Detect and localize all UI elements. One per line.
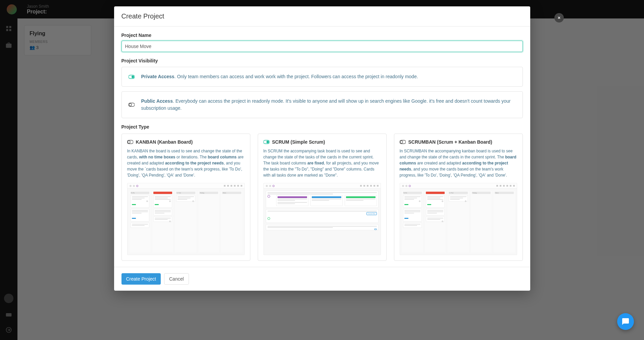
type-card-kanban[interactable]: KANBAN (Kanban Board) In KANBAN the boar…: [121, 134, 250, 261]
close-icon: [557, 16, 561, 20]
toggle-on-icon: [129, 75, 135, 79]
type-card-scrumban[interactable]: SCRUMBAN (Scrum + Kanban Board) In SCRUM…: [394, 134, 523, 261]
toggle-off-icon: [127, 140, 133, 144]
modal-footer: Create Project Cancel: [114, 267, 530, 291]
public-access-text: Public Access. Everybody can access the …: [141, 98, 516, 112]
scrumban-description: In SCRUMBAN the accompanying kanban boar…: [400, 148, 517, 178]
close-button[interactable]: [554, 13, 564, 22]
cancel-button[interactable]: Cancel: [164, 273, 189, 285]
toggle-off-icon: [129, 103, 135, 107]
kanban-preview: To Do In Test Testing Done: [127, 183, 245, 255]
chat-icon: [622, 318, 630, 326]
kanban-title: KANBAN (Kanban Board): [136, 139, 193, 145]
toggle-off-icon: [400, 140, 406, 144]
kanban-description: In KANBAN the board is used to see and c…: [127, 148, 245, 178]
create-project-button[interactable]: Create Project: [121, 273, 161, 285]
chat-fab-button[interactable]: [617, 313, 634, 330]
scrum-preview: Current Row: [263, 183, 381, 255]
project-name-input[interactable]: [121, 41, 523, 52]
modal-title: Create Project: [121, 12, 523, 20]
scrum-title: SCRUM (Simple Scrum): [272, 139, 325, 145]
private-access-text: Private Access. Only team members can ac…: [141, 73, 418, 80]
project-name-label: Project Name: [121, 33, 523, 38]
modal-body: Project Name Project Visibility Private …: [114, 27, 530, 267]
project-type-label: Project Type: [121, 124, 523, 130]
scrumban-title: SCRUMBAN (Scrum + Kanban Board): [408, 139, 492, 145]
type-card-scrum[interactable]: SCRUM (Simple Scrum) In SCRUM the accomp…: [258, 134, 387, 261]
modal-header: Create Project: [114, 6, 530, 27]
scrum-description: In SCRUM the accompanying task board is …: [263, 148, 381, 178]
visibility-label: Project Visibility: [121, 58, 523, 63]
svg-point-7: [132, 76, 134, 78]
svg-point-15: [400, 141, 403, 143]
create-project-modal: Create Project Project Name Project Visi…: [114, 6, 530, 291]
toggle-on-icon: [263, 140, 269, 144]
project-types: KANBAN (Kanban Board) In KANBAN the boar…: [121, 134, 523, 261]
public-access-option[interactable]: Public Access. Everybody can access the …: [121, 91, 523, 118]
svg-point-13: [266, 141, 269, 143]
svg-point-9: [129, 103, 132, 106]
svg-point-11: [128, 141, 130, 143]
private-access-option[interactable]: Private Access. Only team members can ac…: [121, 67, 523, 87]
scrumban-preview: To Do In Test Testing Done: [400, 183, 517, 255]
